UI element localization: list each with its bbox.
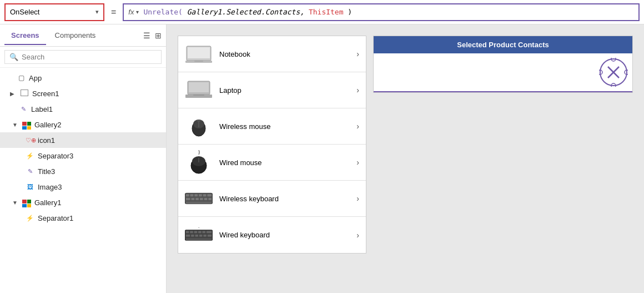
- formula-selector[interactable]: OnSelect ▾: [4, 3, 104, 21]
- svg-rect-27: [208, 198, 212, 200]
- gallery2-expand-icon[interactable]: ▼: [12, 122, 19, 128]
- tab-components[interactable]: Components: [48, 27, 103, 45]
- laptop-image: [185, 78, 213, 102]
- search-icon: 🔍: [9, 53, 18, 61]
- list-item-laptop[interactable]: Laptop ›: [178, 72, 366, 108]
- tree-label-app: App: [29, 74, 42, 82]
- wireless-keyboard-image: [185, 186, 213, 211]
- tree-item-gallery1[interactable]: ▼ Gallery1: [0, 195, 166, 210]
- selector-chevron-icon: ▾: [95, 8, 99, 16]
- formula-text: Unrelate( Gallery1.Selected.Contacts, Th…: [143, 8, 352, 16]
- svg-rect-25: [200, 198, 203, 200]
- wireless-keyboard-label: Wireless keyboard: [219, 195, 350, 203]
- contacts-body: [374, 53, 632, 92]
- svg-rect-20: [203, 194, 207, 196]
- selector-text: OnSelect: [10, 8, 93, 16]
- tree-item-title3[interactable]: ✎ Title3: [0, 163, 166, 179]
- tree-label-title3: Title3: [38, 167, 55, 176]
- list-item-wired-keyboard[interactable]: Wired keyboard ›: [178, 217, 366, 253]
- wired-keyboard-image: [185, 223, 213, 247]
- wired-mouse-image: [185, 150, 213, 175]
- tree-item-screen1[interactable]: ▶ Screen1: [0, 86, 166, 101]
- tree-item-label1[interactable]: ✎ Label1: [0, 101, 166, 117]
- gallery2-icon: [22, 120, 31, 130]
- tree-label-image3: Image3: [38, 183, 62, 191]
- search-input[interactable]: [22, 53, 157, 61]
- list-item-notebook[interactable]: Notebook ›: [178, 36, 366, 72]
- search-row: 🔍: [0, 47, 166, 68]
- svg-rect-28: [186, 202, 212, 204]
- screen1-icon: [20, 90, 29, 98]
- svg-point-11: [197, 120, 200, 122]
- list-item-wireless-keyboard[interactable]: Wireless keyboard ›: [178, 181, 366, 217]
- svg-rect-16: [186, 194, 189, 196]
- tree-item-image3[interactable]: 🖼 Image3: [0, 179, 166, 195]
- svg-rect-24: [195, 198, 199, 200]
- tree-item-icon1[interactable]: ♡⊕ icon1: [0, 132, 166, 148]
- app-icon: ▢: [17, 74, 26, 82]
- formula-close: ): [348, 8, 352, 16]
- tree-item-separator3[interactable]: ⚡ Separator3: [0, 148, 166, 163]
- laptop-chevron-icon: ›: [356, 86, 359, 95]
- svg-rect-39: [199, 235, 203, 237]
- list-item-wireless-mouse[interactable]: Wireless mouse ›: [178, 108, 366, 145]
- wired-mouse-chevron-icon: ›: [356, 158, 359, 167]
- list-item-wired-mouse[interactable]: Wired mouse ›: [178, 145, 366, 181]
- svg-rect-31: [190, 231, 193, 233]
- svg-rect-18: [194, 194, 198, 196]
- tree-label-icon1: icon1: [38, 136, 55, 145]
- svg-rect-35: [207, 231, 212, 233]
- tree-label-separator1: Separator1: [38, 214, 73, 222]
- tree-label-gallery1: Gallery1: [34, 198, 61, 207]
- svg-rect-7: [193, 95, 204, 96]
- search-input-wrap: 🔍: [4, 50, 162, 64]
- svg-rect-34: [202, 231, 205, 233]
- svg-rect-5: [189, 82, 209, 92]
- screen1-expand-icon[interactable]: ▶: [10, 91, 17, 97]
- svg-rect-38: [195, 235, 199, 237]
- svg-rect-30: [186, 231, 189, 233]
- gallery1-expand-icon[interactable]: ▼: [12, 200, 19, 206]
- list-view-icon[interactable]: ☰: [143, 31, 150, 40]
- top-bar: OnSelect ▾ = fx ▾ Unrelate( Gallery1.Sel…: [0, 0, 644, 24]
- canvas-area: Notebook › Laptop ›: [167, 24, 644, 293]
- unrelate-icon[interactable]: [599, 58, 628, 87]
- main-layout: Screens Components ☰ ⊞ 🔍 ▢ App ▶: [0, 24, 644, 293]
- svg-rect-37: [191, 235, 194, 237]
- svg-rect-17: [190, 194, 194, 196]
- svg-rect-26: [204, 198, 208, 200]
- label1-icon: ✎: [19, 106, 28, 113]
- svg-rect-40: [203, 235, 207, 237]
- tree-label-label1: Label1: [31, 105, 53, 113]
- gallery-panel: Notebook › Laptop ›: [178, 36, 366, 254]
- svg-rect-22: [186, 198, 190, 200]
- tree-item-gallery2[interactable]: ▼ Gallery2: [0, 117, 166, 132]
- svg-rect-21: [207, 194, 212, 196]
- wireless-mouse-image: [185, 114, 213, 138]
- formula-bar[interactable]: fx ▾ Unrelate( Gallery1.Selected.Contact…: [123, 3, 640, 21]
- svg-rect-42: [186, 238, 212, 240]
- notebook-image: [185, 42, 213, 66]
- icon1-icon: ♡⊕: [26, 137, 34, 144]
- svg-rect-32: [194, 231, 198, 233]
- gallery1-icon: [22, 197, 31, 208]
- title3-icon: ✎: [26, 168, 34, 175]
- formula-param2: ThisItem: [309, 8, 344, 16]
- tree-label-separator3: Separator3: [38, 152, 73, 160]
- tree-item-app[interactable]: ▢ App: [0, 70, 166, 86]
- tab-screens[interactable]: Screens: [4, 27, 46, 45]
- separator3-icon: ⚡: [26, 152, 34, 160]
- tree: ▢ App ▶ Screen1 ✎ Label1 ▼: [0, 68, 166, 293]
- contacts-panel: Selected Product Contacts: [373, 36, 633, 93]
- svg-rect-3: [194, 61, 203, 62]
- tree-item-separator1[interactable]: ⚡ Separator1: [0, 210, 166, 226]
- tab-icons: ☰ ⊞: [143, 31, 162, 40]
- svg-rect-41: [208, 235, 212, 237]
- svg-rect-19: [199, 194, 202, 196]
- tree-label-gallery2: Gallery2: [34, 121, 61, 129]
- left-panel: Screens Components ☰ ⊞ 🔍 ▢ App ▶: [0, 24, 167, 293]
- fx-chevron-icon: ▾: [136, 9, 139, 15]
- grid-view-icon[interactable]: ⊞: [155, 31, 162, 40]
- image3-icon: 🖼: [26, 183, 34, 190]
- wired-mouse-label: Wired mouse: [219, 158, 350, 167]
